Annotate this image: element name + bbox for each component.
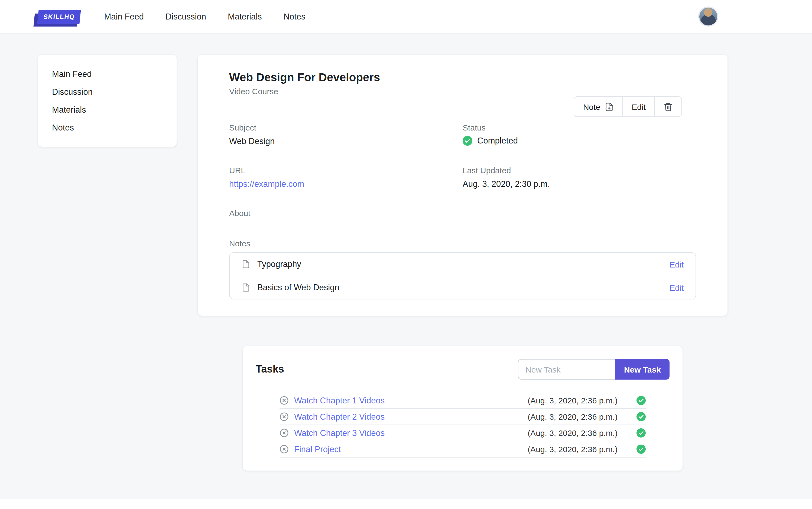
page: SKILLHQ Main Feed Discussion Materials N… [0,0,812,509]
field-subject-label: Subject [229,123,463,133]
new-task-input-group: New Task [518,359,670,380]
task-row: Watch Chapter 2 Videos (Aug. 3, 2020, 2:… [280,409,646,425]
field-about-label: About [229,208,463,219]
check-circle-icon [463,136,473,146]
note-edit-link[interactable]: Edit [670,260,684,269]
navbar-menu: Main Feed Discussion Materials Notes [104,12,305,22]
sidebar-item-notes[interactable]: Notes [38,118,176,136]
edit-button[interactable]: Edit [622,96,655,117]
note-button[interactable]: Note [574,96,623,117]
check-circle-icon [637,412,646,421]
user-avatar[interactable] [699,8,717,26]
note-row: Typography Edit [230,253,695,276]
task-link[interactable]: Watch Chapter 3 Videos [294,428,385,438]
note-title: Basics of Web Design [257,283,339,293]
nav-item-materials[interactable]: Materials [228,12,262,22]
field-url-label: URL [229,165,463,176]
course-details: Subject Web Design Status Completed URL … [229,123,696,222]
edit-button-label: Edit [631,102,646,111]
content-area: Main Feed Discussion Materials Notes Web… [0,34,812,499]
note-edit-link[interactable]: Edit [670,283,684,292]
file-icon [241,260,250,269]
notes-section-label: Notes [229,239,696,248]
course-url-link[interactable]: https://example.com [229,179,304,189]
nav-item-main-feed[interactable]: Main Feed [104,12,144,22]
x-circle-icon[interactable] [280,412,289,421]
field-about: About [229,208,463,222]
tasks-header: Tasks New Task [256,359,670,380]
field-subject: Subject Web Design [229,123,463,147]
tasks-title: Tasks [256,363,284,375]
top-navbar: SKILLHQ Main Feed Discussion Materials N… [0,0,812,34]
delete-button[interactable] [654,96,682,117]
note-row: Basics of Web Design Edit [230,276,695,299]
trash-icon [663,102,673,111]
task-row: Watch Chapter 3 Videos (Aug. 3, 2020, 2:… [280,425,646,441]
sidebar-item-materials[interactable]: Materials [38,101,176,118]
task-link[interactable]: Final Project [294,444,341,454]
note-title: Typography [257,259,301,269]
nav-item-discussion[interactable]: Discussion [165,12,206,22]
actions-row: Note Edit [229,96,696,117]
field-status-label: Status [463,123,696,133]
x-circle-icon[interactable] [280,396,289,405]
field-last-updated-value: Aug. 3, 2020, 2:30 p.m. [463,179,696,190]
task-timestamp: (Aug. 3, 2020, 2:36 p.m.) [528,428,618,438]
course-card: Web Design For Developers Video Course N… [198,55,727,316]
tasks-card: Tasks New Task Watch Chapter 1 Videos (A… [243,346,683,471]
nav-item-notes[interactable]: Notes [284,12,305,22]
field-last-updated-label: Last Updated [463,165,696,176]
check-circle-icon [637,428,646,438]
course-subtitle: Video Course [229,87,696,96]
sidebar-item-main-feed[interactable]: Main Feed [38,65,176,83]
task-link[interactable]: Watch Chapter 2 Videos [294,412,385,421]
task-timestamp: (Aug. 3, 2020, 2:36 p.m.) [528,445,618,454]
field-last-updated: Last Updated Aug. 3, 2020, 2:30 p.m. [463,165,696,190]
check-circle-icon [637,445,646,454]
file-icon [241,283,250,292]
file-plus-icon [605,102,614,111]
field-status: Status Completed [463,123,696,147]
new-task-button[interactable]: New Task [615,359,670,380]
field-url: URL https://example.com [229,165,463,190]
check-circle-icon [637,396,646,405]
field-subject-value: Web Design [229,136,463,147]
task-list: Watch Chapter 1 Videos (Aug. 3, 2020, 2:… [280,393,646,457]
task-row: Final Project (Aug. 3, 2020, 2:36 p.m.) [280,441,646,457]
course-title: Web Design For Developers [229,70,696,84]
course-action-group: Note Edit [574,96,682,117]
task-link[interactable]: Watch Chapter 1 Videos [294,396,385,405]
brand-logo[interactable]: SKILLHQ [38,9,80,24]
notes-list: Typography Edit Basics of Web Design Edi… [229,252,696,300]
sidebar-item-discussion[interactable]: Discussion [38,83,176,101]
brand-logo-text: SKILLHQ [37,9,81,24]
x-circle-icon[interactable] [280,428,289,438]
task-row: Watch Chapter 1 Videos (Aug. 3, 2020, 2:… [280,393,646,409]
new-task-input[interactable] [518,359,615,380]
task-timestamp: (Aug. 3, 2020, 2:36 p.m.) [528,412,618,421]
task-timestamp: (Aug. 3, 2020, 2:36 p.m.) [528,396,618,405]
sidebar: Main Feed Discussion Materials Notes [38,55,176,147]
x-circle-icon[interactable] [280,445,289,454]
note-button-label: Note [583,102,600,111]
field-status-value: Completed [477,136,518,146]
